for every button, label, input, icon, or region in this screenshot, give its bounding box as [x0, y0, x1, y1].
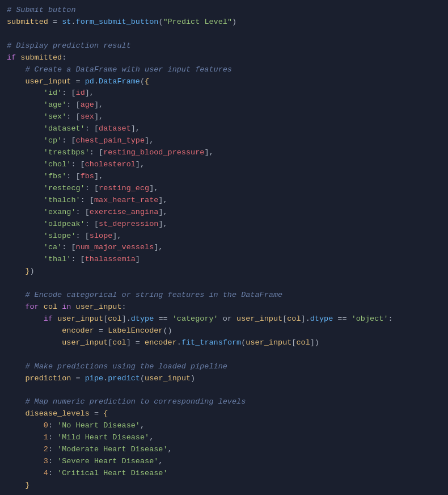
line-23: }) — [0, 266, 448, 278]
code-fit-transform: user_input[col] = encoder.fit_transform(… — [7, 337, 441, 349]
line-37: 1: 'Mild Heart Disease', — [0, 432, 448, 444]
code-trestbps: 'trestbps': [resting_blood_pressure], — [7, 147, 441, 159]
line-11: 'dataset': [dataset], — [0, 123, 448, 135]
line-31: # Make predictions using the loaded pipe… — [0, 361, 448, 373]
code-level-0: 0: 'No Heart Disease', — [7, 420, 441, 432]
line-15: 'fbs': [fbs], — [0, 171, 448, 183]
line-40: 4: 'Critical Heart Disease' — [0, 468, 448, 480]
line-10: 'sex': [sex], — [0, 111, 448, 123]
line-22: 'thal': [thalassemia] — [0, 254, 448, 266]
line-4: # Display prediction result — [0, 40, 448, 52]
line-9: 'age': [age], — [0, 99, 448, 111]
code-close-dict: } — [7, 480, 441, 492]
line-18: 'exang': [exercise_angina], — [0, 207, 448, 219]
line-34: # Map numeric prediction to correspondin… — [0, 396, 448, 408]
comment-map: # Map numeric prediction to correspondin… — [7, 396, 441, 408]
code-sex: 'sex': [sex], — [7, 111, 441, 123]
code-slope: 'slope': [slope], — [7, 230, 441, 242]
code-dataset: 'dataset': [dataset], — [7, 123, 441, 135]
line-32: prediction = pipe.predict(user_input) — [0, 373, 448, 385]
line-blank-4 — [0, 385, 448, 397]
line-41: } — [0, 480, 448, 492]
code-exang: 'exang': [exercise_angina], — [7, 207, 441, 219]
line-27: if user_input[col].dtype == 'category' o… — [0, 313, 448, 325]
line-blank-1 — [0, 28, 448, 40]
code-for-loop: for col in user_input: — [7, 301, 441, 313]
line-39: 3: 'Severe Heart Disease', — [0, 456, 448, 468]
code-editor: # Submit button submitted = st.form_subm… — [0, 0, 448, 495]
code-oldpeak: 'oldpeak': [st_depression], — [7, 219, 441, 230]
code-id: 'id': [id], — [7, 87, 441, 99]
code-fbs: 'fbs': [fbs], — [7, 171, 441, 183]
line-26: for col in user_input: — [0, 301, 448, 313]
code-age: 'age': [age], — [7, 99, 441, 111]
line-16: 'restecg': [resting_ecg], — [0, 183, 448, 195]
code-if-dtype: if user_input[col].dtype == 'category' o… — [7, 313, 441, 325]
code-encoder: encoder = LabelEncoder() — [7, 325, 441, 337]
comment-display: # Display prediction result — [7, 40, 441, 52]
line-8: 'id': [id], — [0, 87, 448, 99]
code-if-submitted: if submitted: — [7, 52, 441, 64]
line-7: user_input = pd.DataFrame({ — [0, 76, 448, 88]
code-thalch: 'thalch': [max_heart_rate], — [7, 195, 441, 207]
code-ca: 'ca': [num_major_vessels], — [7, 242, 441, 254]
code-thal: 'thal': [thalassemia] — [7, 254, 441, 266]
line-blank-3 — [0, 349, 448, 361]
line-25: # Encode categorical or string features … — [0, 290, 448, 301]
line-35: disease_levels = { — [0, 408, 448, 420]
code-submitted: submitted = st.form_submit_button("Predi… — [7, 16, 441, 28]
code-disease-levels: disease_levels = { — [7, 408, 441, 420]
line-38: 2: 'Moderate Heart Disease', — [0, 444, 448, 456]
code-chol: 'chol': [cholesterol], — [7, 159, 441, 171]
code-close-df: }) — [7, 266, 441, 278]
line-29: user_input[col] = encoder.fit_transform(… — [0, 337, 448, 349]
line-13: 'trestbps': [resting_blood_pressure], — [0, 147, 448, 159]
line-36: 0: 'No Heart Disease', — [0, 420, 448, 432]
comment-submit: # Submit button — [7, 5, 441, 16]
code-level-4: 4: 'Critical Heart Disease' — [7, 468, 441, 480]
code-level-3: 3: 'Severe Heart Disease', — [7, 456, 441, 468]
line-21: 'ca': [num_major_vessels], — [0, 242, 448, 254]
line-2: submitted = st.form_submit_button("Predi… — [0, 16, 448, 28]
line-12: 'cp': [chest_pain_type], — [0, 135, 448, 147]
line-5: if submitted: — [0, 52, 448, 64]
code-cp: 'cp': [chest_pain_type], — [7, 135, 441, 147]
line-14: 'chol': [cholesterol], — [0, 159, 448, 171]
code-level-2: 2: 'Moderate Heart Disease', — [7, 444, 441, 456]
line-28: encoder = LabelEncoder() — [0, 325, 448, 337]
comment-create: # Create a DataFrame with user input fea… — [7, 64, 441, 76]
code-restecg: 'restecg': [resting_ecg], — [7, 183, 441, 195]
comment-encode: # Encode categorical or string features … — [7, 290, 441, 301]
line-blank-5 — [0, 492, 448, 495]
line-blank-2 — [0, 278, 448, 290]
line-20: 'slope': [slope], — [0, 230, 448, 242]
line-6: # Create a DataFrame with user input fea… — [0, 64, 448, 76]
line-17: 'thalch': [max_heart_rate], — [0, 195, 448, 207]
code-user-input: user_input = pd.DataFrame({ — [7, 76, 441, 88]
line-19: 'oldpeak': [st_depression], — [0, 219, 448, 230]
code-prediction: prediction = pipe.predict(user_input) — [7, 373, 441, 385]
code-level-1: 1: 'Mild Heart Disease', — [7, 432, 441, 444]
line-1: # Submit button — [0, 5, 448, 16]
comment-predict: # Make predictions using the loaded pipe… — [7, 361, 441, 373]
